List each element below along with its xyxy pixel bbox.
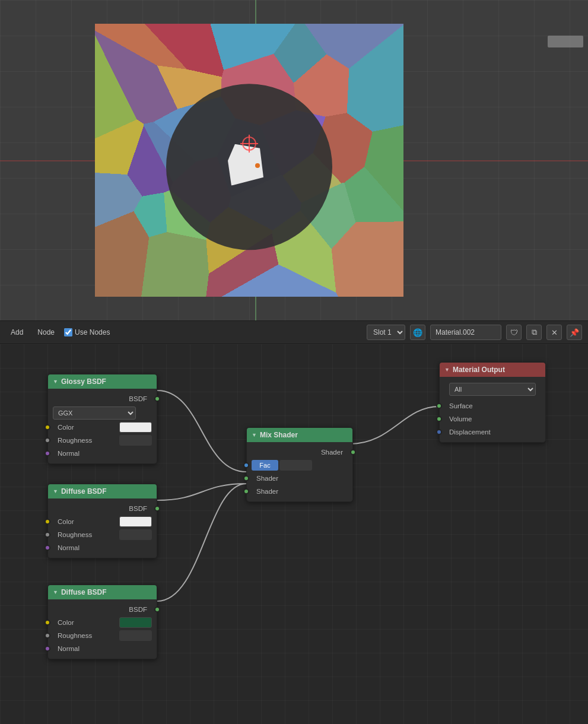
origin-dot [255,163,260,168]
diffuse1-roughness-socket[interactable] [45,532,50,538]
material-output-header: ▼ Material Output [440,363,545,377]
voronoi-plane [95,24,403,297]
output-target-row: All Cycles EEVEE [440,380,545,399]
diffuse1-roughness-value[interactable]: 0.000 [119,529,152,540]
diffuse1-bsdf-output-row: BSDF [48,502,157,515]
diffuse1-normal-row: Normal [48,541,157,554]
output-volume-socket[interactable] [436,416,442,422]
material-output-body: All Cycles EEVEE Surface Volume Displace… [440,377,545,442]
diffuse-bsdf-1-header: ▼ Diffuse BSDF [48,484,157,498]
diffuse1-collapse-arrow[interactable]: ▼ [53,488,58,494]
glossy-bsdf-body: BSDF GGX Beckmann Ashikhmin-Shirley Colo… [48,389,157,463]
material-output-title: Material Output [453,366,505,374]
diffuse2-roughness-label: Roughness [58,632,119,639]
mix-shader-output-label: Shader [252,449,343,456]
glossy-bsdf-header: ▼ Glossy BSDF [48,374,157,389]
node-button[interactable]: Node [33,326,59,338]
glossy-roughness-row: Roughness 0.000 [48,434,157,447]
glossy-roughness-label: Roughness [58,437,119,444]
output-displacement-socket[interactable] [436,429,442,435]
close-icon-btn[interactable]: ✕ [546,325,562,340]
mix-fac-row: 0.500 [247,459,352,472]
diffuse2-roughness-row: Roughness 0.000 [48,629,157,642]
diffuse1-color-socket[interactable] [45,519,50,525]
diffuse2-color-label: Color [58,619,119,626]
diffuse2-bsdf-output-row: BSDF [48,603,157,616]
diffuse-bsdf-node-1[interactable]: ▼ Diffuse BSDF BSDF Color Roughness 0.00… [47,484,157,558]
diffuse2-roughness-value[interactable]: 0.000 [119,630,152,641]
mix-shader-node[interactable]: ▼ Mix Shader Shader 0.500 Shader [246,427,353,502]
mix-shader-output-socket[interactable] [350,449,356,455]
material-name-field[interactable]: Material.002 [430,325,501,340]
use-nodes-checkbox[interactable] [64,328,72,336]
output-displacement-row: Displacement [440,425,545,439]
output-collapse-arrow[interactable]: ▼ [444,367,450,373]
glossy-collapse-arrow[interactable]: ▼ [53,379,58,385]
diffuse-bsdf-2-body: BSDF Color Roughness 0.000 Normal [48,599,157,659]
diffuse-bsdf-node-2[interactable]: ▼ Diffuse BSDF BSDF Color Roughness 0.00… [47,585,157,659]
mix-shader-body: Shader 0.500 Shader Shader [247,442,352,501]
diffuse-bsdf-1-title: Diffuse BSDF [61,487,107,496]
material-output-node[interactable]: ▼ Material Output All Cycles EEVEE Surfa… [439,362,546,443]
diffuse1-color-swatch[interactable] [119,516,152,527]
slot-select[interactable]: Slot 1 [367,325,405,340]
diffuse1-bsdf-output-label: BSDF [53,505,147,512]
mix-shader2-input-socket[interactable] [243,488,249,494]
shield-icon-btn[interactable]: 🛡 [506,325,522,340]
glossy-normal-row: Normal [48,447,157,460]
glossy-roughness-socket[interactable] [45,437,50,443]
diffuse2-normal-socket[interactable] [45,646,50,652]
diffuse1-color-label: Color [58,518,119,525]
glossy-color-socket[interactable] [45,424,50,430]
diffuse-bsdf-1-body: BSDF Color Roughness 0.000 Normal [48,498,157,558]
glossy-distribution-row: GGX Beckmann Ashikhmin-Shirley [48,405,157,421]
mix-collapse-arrow[interactable]: ▼ [252,432,257,438]
diffuse1-bsdf-output-socket[interactable] [154,506,160,512]
glossy-bsdf-output-row: BSDF [48,392,157,405]
diffuse1-roughness-label: Roughness [58,531,119,538]
copy-icon-btn[interactable]: ⧉ [526,325,542,340]
viewport-thumbnail [548,36,583,47]
diffuse2-bsdf-output-socket[interactable] [154,606,160,612]
glossy-roughness-value[interactable]: 0.000 [119,435,152,446]
mix-fac-label[interactable] [252,460,278,471]
diffuse2-color-socket[interactable] [45,620,50,625]
output-displacement-label: Displacement [449,428,541,436]
glossy-bsdf-title: Glossy BSDF [61,377,106,386]
globe-icon-btn[interactable]: 🌐 [410,325,425,340]
mix-fac-socket[interactable] [243,462,249,468]
pin-icon-btn[interactable]: 📌 [567,325,582,340]
output-surface-label: Surface [449,402,541,409]
node-editor[interactable]: ▼ Glossy BSDF BSDF GGX Beckmann Ashikhmi… [0,344,588,724]
diffuse1-normal-socket[interactable] [45,545,50,551]
glossy-distribution-select[interactable]: GGX Beckmann Ashikhmin-Shirley [53,407,136,420]
mix-shader2-input-label: Shader [256,488,348,495]
output-target-select[interactable]: All Cycles EEVEE [449,383,536,396]
glossy-normal-socket[interactable] [45,450,50,456]
output-volume-row: Volume [440,412,545,425]
diffuse-bsdf-2-title: Diffuse BSDF [61,588,107,596]
mix-shader2-input-row: Shader [247,485,352,498]
diffuse1-roughness-row: Roughness 0.000 [48,528,157,541]
mix-shader-title: Mix Shader [260,431,298,439]
mix-fac-value[interactable]: 0.500 [279,460,312,471]
diffuse2-normal-label: Normal [58,645,152,652]
add-button[interactable]: Add [6,326,28,338]
mix-shader1-input-socket[interactable] [243,475,249,481]
diffuse2-color-swatch[interactable] [119,617,152,628]
node-editor-toolbar: Add Node Use Nodes Slot 1 🌐 Material.002… [0,320,588,344]
cursor-ring [242,136,256,151]
diffuse1-color-row: Color [48,515,157,528]
use-nodes-label: Use Nodes [75,328,110,336]
glossy-bsdf-output-socket[interactable] [154,396,160,402]
glossy-color-swatch[interactable] [119,422,152,433]
3d-viewport[interactable] [0,0,588,320]
diffuse2-roughness-socket[interactable] [45,633,50,639]
glossy-bsdf-node[interactable]: ▼ Glossy BSDF BSDF GGX Beckmann Ashikhmi… [47,374,157,464]
mix-shader-output-row: Shader [247,446,352,459]
glossy-bsdf-output-label: BSDF [53,395,147,402]
mix-shader1-input-label: Shader [256,475,348,482]
output-surface-row: Surface [440,399,545,412]
output-surface-socket[interactable] [436,403,442,409]
diffuse2-collapse-arrow[interactable]: ▼ [53,589,58,595]
